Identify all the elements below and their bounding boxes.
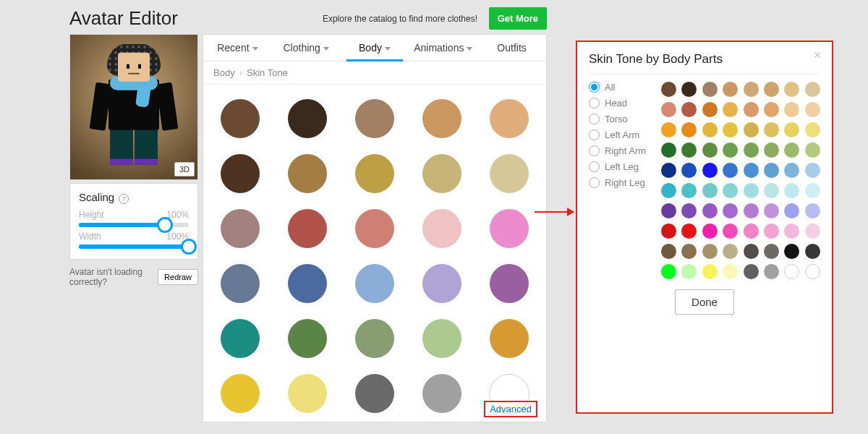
mini-swatch[interactable]	[744, 82, 759, 97]
tab-clothing[interactable]: Clothing	[272, 35, 341, 61]
mini-swatch[interactable]	[805, 264, 820, 279]
skin-swatch[interactable]	[490, 209, 529, 248]
width-slider[interactable]	[79, 244, 189, 249]
mini-swatch[interactable]	[681, 203, 697, 218]
get-more-button[interactable]: Get More	[489, 7, 547, 30]
skin-swatch[interactable]	[221, 374, 260, 413]
skin-swatch[interactable]	[221, 209, 260, 248]
advanced-link[interactable]: Advanced	[484, 401, 537, 417]
help-icon[interactable]: ?	[119, 194, 129, 204]
mini-swatch[interactable]	[764, 122, 779, 137]
mini-swatch[interactable]	[723, 163, 738, 178]
mini-swatch[interactable]	[661, 142, 676, 158]
close-icon[interactable]: ×	[810, 48, 825, 62]
mini-swatch[interactable]	[805, 102, 820, 117]
mini-swatch[interactable]	[805, 122, 820, 137]
skin-swatch[interactable]	[221, 319, 260, 358]
skin-swatch[interactable]	[422, 209, 461, 248]
skin-swatch[interactable]	[422, 264, 461, 303]
mini-swatch[interactable]	[764, 203, 779, 218]
mini-swatch[interactable]	[723, 224, 738, 239]
mini-swatch[interactable]	[661, 163, 676, 178]
mini-swatch[interactable]	[764, 183, 779, 198]
mini-swatch[interactable]	[702, 122, 718, 137]
mini-swatch[interactable]	[764, 163, 779, 178]
mini-swatch[interactable]	[764, 264, 779, 279]
mini-swatch[interactable]	[744, 203, 759, 218]
mini-swatch[interactable]	[702, 244, 718, 259]
mini-swatch[interactable]	[702, 264, 718, 279]
body-part-radio[interactable]: Right Arm	[589, 145, 651, 156]
skin-swatch[interactable]	[288, 209, 327, 248]
skin-swatch[interactable]	[422, 154, 461, 193]
tab-body[interactable]: Body	[341, 35, 409, 61]
mini-swatch[interactable]	[681, 82, 697, 97]
mini-swatch[interactable]	[681, 224, 697, 239]
mini-swatch[interactable]	[723, 122, 738, 137]
mini-swatch[interactable]	[702, 224, 718, 239]
mini-swatch[interactable]	[702, 203, 718, 218]
mini-swatch[interactable]	[723, 102, 738, 117]
mini-swatch[interactable]	[805, 82, 820, 97]
mini-swatch[interactable]	[764, 142, 779, 158]
mini-swatch[interactable]	[784, 203, 799, 218]
skin-swatch[interactable]	[355, 374, 394, 413]
skin-swatch[interactable]	[221, 99, 260, 138]
mini-swatch[interactable]	[681, 102, 697, 117]
mini-swatch[interactable]	[744, 264, 759, 279]
mini-swatch[interactable]	[702, 142, 718, 158]
mini-swatch[interactable]	[805, 163, 820, 178]
body-part-radio[interactable]: Right Leg	[589, 177, 651, 188]
mini-swatch[interactable]	[784, 82, 799, 97]
skin-swatch[interactable]	[422, 99, 461, 138]
mini-swatch[interactable]	[702, 102, 718, 117]
mini-swatch[interactable]	[805, 224, 820, 239]
mini-swatch[interactable]	[681, 264, 697, 279]
mini-swatch[interactable]	[723, 264, 738, 279]
skin-swatch[interactable]	[422, 319, 461, 358]
skin-swatch[interactable]	[221, 154, 260, 193]
mini-swatch[interactable]	[784, 264, 799, 279]
mini-swatch[interactable]	[784, 102, 799, 117]
redraw-button[interactable]: Redraw	[158, 269, 198, 285]
mini-swatch[interactable]	[764, 244, 779, 259]
skin-swatch[interactable]	[422, 374, 461, 413]
skin-swatch[interactable]	[355, 154, 394, 193]
mini-swatch[interactable]	[681, 142, 697, 158]
mini-swatch[interactable]	[744, 142, 759, 158]
tab-outfits[interactable]: Outfits	[477, 35, 546, 61]
mini-swatch[interactable]	[723, 203, 738, 218]
mini-swatch[interactable]	[805, 183, 820, 198]
mini-swatch[interactable]	[723, 82, 738, 97]
mini-swatch[interactable]	[744, 244, 759, 259]
mini-swatch[interactable]	[784, 244, 799, 259]
mini-swatch[interactable]	[681, 183, 697, 198]
skin-swatch[interactable]	[288, 154, 327, 193]
mini-swatch[interactable]	[805, 203, 820, 218]
mini-swatch[interactable]	[661, 102, 676, 117]
mini-swatch[interactable]	[744, 224, 759, 239]
skin-swatch[interactable]	[355, 99, 394, 138]
mini-swatch[interactable]	[744, 122, 759, 137]
mini-swatch[interactable]	[784, 122, 799, 137]
mini-swatch[interactable]	[784, 163, 799, 178]
mini-swatch[interactable]	[661, 264, 676, 279]
mini-swatch[interactable]	[702, 163, 718, 178]
tab-animations[interactable]: Animations	[409, 35, 477, 61]
body-part-radio[interactable]: Head	[589, 98, 651, 109]
skin-swatch[interactable]	[355, 319, 394, 358]
body-part-radio[interactable]: Torso	[589, 114, 651, 124]
3d-toggle-button[interactable]: 3D	[174, 162, 195, 176]
skin-swatch[interactable]	[490, 319, 529, 358]
mini-swatch[interactable]	[661, 82, 676, 97]
body-part-radio[interactable]: All	[589, 82, 651, 93]
mini-swatch[interactable]	[681, 244, 697, 259]
skin-swatch[interactable]	[355, 264, 394, 303]
mini-swatch[interactable]	[661, 122, 676, 137]
skin-swatch[interactable]	[490, 154, 529, 193]
mini-swatch[interactable]	[702, 183, 718, 198]
body-part-radio[interactable]: Left Arm	[589, 129, 651, 140]
mini-swatch[interactable]	[784, 183, 799, 198]
height-slider[interactable]	[79, 223, 189, 227]
mini-swatch[interactable]	[764, 82, 779, 97]
